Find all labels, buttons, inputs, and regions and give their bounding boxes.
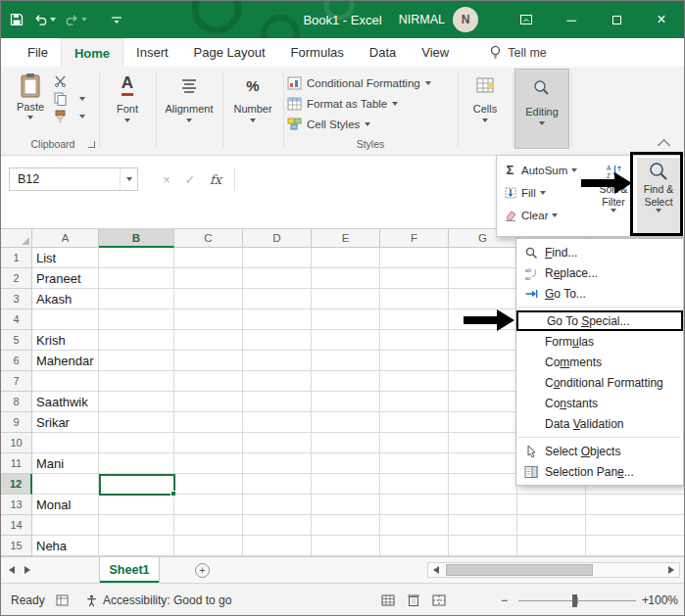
cell-C4[interactable] [174, 309, 243, 330]
column-header-e[interactable]: E [312, 229, 380, 248]
row-header-13[interactable]: 13 [1, 495, 32, 515]
cell-A15[interactable]: Neha [32, 536, 99, 556]
avatar[interactable]: N [453, 7, 478, 32]
row-header-3[interactable]: 3 [1, 289, 32, 309]
clipboard-dialog-launcher[interactable] [88, 141, 95, 148]
cell-A3[interactable]: Akash [32, 289, 99, 309]
row-header-6[interactable]: 6 [1, 351, 32, 371]
cell-D8[interactable] [243, 392, 312, 412]
view-page-break-button[interactable] [432, 584, 446, 616]
cell-A4[interactable] [32, 309, 99, 330]
cell-C13[interactable] [174, 495, 243, 515]
accessibility-status[interactable]: Accessibility: Good to go [85, 584, 231, 616]
cell-D10[interactable] [243, 433, 312, 453]
row-header-7[interactable]: 7 [1, 371, 32, 392]
minimize-button[interactable]: ─ [549, 1, 594, 38]
cell-A1[interactable]: List [32, 248, 99, 268]
cell-F1[interactable] [380, 248, 449, 268]
zoom-level[interactable]: 100% [648, 584, 678, 616]
cell-G1[interactable] [449, 248, 517, 268]
cancel-button[interactable]: × [156, 167, 177, 191]
menu-item-find[interactable]: Find... [516, 242, 683, 262]
cell-E8[interactable] [312, 392, 380, 412]
scrollbar-thumb[interactable] [446, 564, 593, 576]
cell-A10[interactable] [32, 433, 99, 453]
view-page-layout-button[interactable] [407, 584, 420, 616]
cell-D2[interactable] [243, 268, 312, 289]
cell-B4[interactable] [99, 309, 174, 330]
cell-E6[interactable] [312, 351, 380, 371]
cell-G5[interactable] [449, 330, 517, 351]
cell-G6[interactable] [449, 351, 517, 371]
sheet-nav-right[interactable] [24, 566, 30, 574]
maximize-button[interactable] [594, 1, 639, 38]
cell-F13[interactable] [380, 495, 449, 515]
row-header-10[interactable]: 10 [1, 433, 32, 453]
cell-G9[interactable] [449, 412, 517, 433]
row-header-11[interactable]: 11 [1, 453, 32, 474]
tab-file[interactable]: File [15, 38, 61, 67]
scroll-left-button[interactable] [428, 563, 444, 577]
cell-C2[interactable] [174, 268, 243, 289]
cell-E3[interactable] [312, 289, 380, 309]
tab-insert[interactable]: Insert [123, 38, 181, 67]
tab-formulas[interactable]: Formulas [278, 38, 357, 67]
cell-A13[interactable]: Monal [32, 495, 99, 515]
menu-item-selection-pane[interactable]: Selection Pane... [516, 461, 683, 482]
collapse-ribbon-button[interactable] [658, 139, 670, 152]
cell-C12[interactable] [174, 474, 243, 495]
cell-A2[interactable]: Praneet [32, 268, 99, 289]
cell-F5[interactable] [380, 330, 449, 351]
cell-F11[interactable] [380, 453, 449, 474]
cell-G12[interactable] [449, 474, 517, 495]
column-header-d[interactable]: D [243, 229, 312, 248]
cell-B13[interactable] [99, 495, 174, 515]
insert-function-button[interactable]: fx [205, 167, 226, 191]
column-header-a[interactable]: A [32, 229, 99, 248]
cell-A8[interactable]: Saathwik [32, 392, 99, 412]
cell-B11[interactable] [99, 453, 174, 474]
cell-D3[interactable] [243, 289, 312, 309]
conditional-formatting-button[interactable]: Conditional Formatting [287, 72, 456, 93]
tell-me[interactable]: Tell me [489, 38, 547, 67]
cell-E10[interactable] [312, 433, 380, 453]
cell-G14[interactable] [449, 515, 517, 536]
cell-D13[interactable] [243, 495, 312, 515]
cell-G10[interactable] [449, 433, 517, 453]
cell-G7[interactable] [449, 371, 517, 392]
menu-item-formulas[interactable]: Formulas [516, 331, 683, 352]
cell-D14[interactable] [243, 515, 312, 536]
cell-C10[interactable] [174, 433, 243, 453]
cell-D1[interactable] [243, 248, 312, 268]
row-header-5[interactable]: 5 [1, 330, 32, 351]
cell-A7[interactable] [32, 371, 99, 392]
cell-F7[interactable] [380, 371, 449, 392]
cell-E7[interactable] [312, 371, 380, 392]
column-header-f[interactable]: F [380, 229, 449, 248]
menu-item-select-objects[interactable]: Select Objects [516, 441, 683, 461]
chevron-down-icon[interactable] [79, 115, 85, 118]
cell-A5[interactable]: Krish [32, 330, 99, 351]
cell-B9[interactable] [99, 412, 174, 433]
select-all-corner[interactable] [1, 229, 32, 248]
column-header-b[interactable]: B [99, 229, 174, 248]
cell-C15[interactable] [174, 536, 243, 556]
cell-F8[interactable] [380, 392, 449, 412]
row-header-8[interactable]: 8 [1, 392, 32, 412]
scrollbar-track[interactable] [444, 563, 663, 577]
menu-item-replace[interactable]: abacReplace... [516, 262, 683, 283]
sheet-nav-left[interactable] [9, 566, 15, 574]
cell-B2[interactable] [99, 268, 174, 289]
cell-E4[interactable] [312, 309, 380, 330]
cell-F10[interactable] [380, 433, 449, 453]
cell-B15[interactable] [99, 536, 174, 556]
cell-C7[interactable] [174, 371, 243, 392]
cell-D4[interactable] [243, 309, 312, 330]
menu-item-data-validation[interactable]: Data Validation [516, 413, 683, 434]
cell-E12[interactable] [312, 474, 380, 495]
cell-G13[interactable] [449, 495, 517, 515]
menu-item-constants[interactable]: Constants [516, 393, 683, 413]
cell-E13[interactable] [312, 495, 380, 515]
cell-E2[interactable] [312, 268, 380, 289]
cell-C11[interactable] [174, 453, 243, 474]
